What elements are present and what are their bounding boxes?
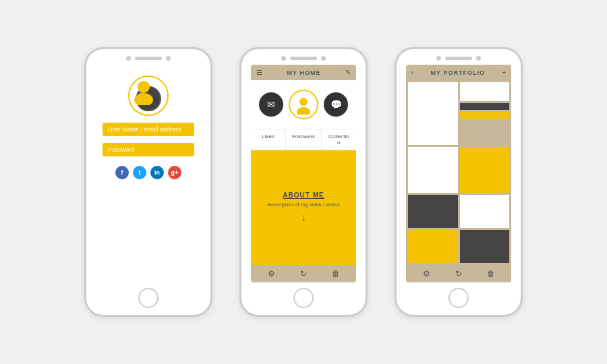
phone-bottom-bar xyxy=(86,282,210,315)
message-icon[interactable]: ✉ xyxy=(259,92,283,117)
down-arrow-icon: ↓ xyxy=(301,212,306,224)
home-button2[interactable] xyxy=(293,288,314,308)
camera-dot5 xyxy=(436,56,441,61)
grid-cell-5 xyxy=(408,147,458,192)
facebook-icon[interactable]: f xyxy=(115,166,129,179)
portfolio-delete-icon[interactable]: 🗑 xyxy=(487,269,495,278)
portfolio-header: ‹ MY PORTFOLIO + xyxy=(406,65,511,80)
svg-point-1 xyxy=(134,93,153,105)
collections-stat[interactable]: Collection xyxy=(322,129,356,150)
hamburger-icon[interactable]: ☰ xyxy=(256,69,262,76)
speaker-bar2 xyxy=(290,57,317,60)
portfolio-grid xyxy=(406,80,511,265)
password-field[interactable]: Password xyxy=(103,143,194,156)
phone-top-bar3 xyxy=(397,49,521,65)
username-label: User Name / email address xyxy=(108,126,181,133)
google-icon[interactable]: g+ xyxy=(168,166,181,179)
home-header: ☰ MY HOME ✎ xyxy=(251,65,356,80)
linkedin-icon[interactable]: in xyxy=(150,166,164,179)
grid-cell-7-dark xyxy=(408,195,458,228)
likes-stat[interactable]: Likes xyxy=(251,129,286,150)
phone-bottom-bar3 xyxy=(397,282,521,315)
home-screen: ☰ MY HOME ✎ ✉ 💬 Likes Followers Collecti… xyxy=(251,65,356,282)
grid-cell-4-yellow xyxy=(460,112,510,119)
about-section: ABOUT ME description of my skills / work… xyxy=(251,150,356,265)
svg-point-2 xyxy=(299,98,308,106)
svg-point-3 xyxy=(297,107,310,115)
portfolio-refresh-icon[interactable]: ↻ xyxy=(455,269,462,278)
phone-home: ☰ MY HOME ✎ ✉ 💬 Likes Followers Collecti… xyxy=(239,47,368,317)
social-icons-row: f t in g+ xyxy=(115,166,181,179)
grid-cell-3-dark xyxy=(460,103,510,110)
profile-section: ✉ 💬 xyxy=(251,80,356,129)
camera-dot2 xyxy=(166,56,171,61)
grid-cell-8 xyxy=(460,195,510,228)
add-icon[interactable]: + xyxy=(502,69,506,76)
username-field[interactable]: User Name / email address xyxy=(103,123,194,136)
grid-cell-1 xyxy=(408,82,458,145)
grid-cell-2 xyxy=(460,82,510,101)
login-screen: ⚫ User Name / email address Password f t… xyxy=(96,65,201,282)
grid-cell-10-dark xyxy=(460,230,510,263)
about-title: ABOUT ME xyxy=(283,191,324,199)
home-bottom-bar: ⚙ ↻ 🗑 xyxy=(251,265,356,282)
phone-login: ⚫ User Name / email address Password f t… xyxy=(84,47,212,317)
camera-dot3 xyxy=(281,56,286,61)
phone-top-bar2 xyxy=(241,49,366,65)
twitter-icon[interactable]: t xyxy=(133,166,146,179)
phone-top-bar xyxy=(86,49,210,65)
portfolio-screen: ‹ MY PORTFOLIO + xyxy=(406,65,511,282)
phone-portfolio: ‹ MY PORTFOLIO + xyxy=(395,47,523,317)
refresh-icon[interactable]: ↻ xyxy=(300,269,307,278)
camera-dot4 xyxy=(321,56,326,61)
stats-row: Likes Followers Collection xyxy=(251,129,356,150)
grid-cell-9-yellow xyxy=(408,230,458,263)
back-icon[interactable]: ‹ xyxy=(411,69,413,76)
followers-stat[interactable]: Followers xyxy=(286,129,321,150)
user-icon: ⚫ xyxy=(134,87,163,110)
delete-icon[interactable]: 🗑 xyxy=(332,269,340,278)
portfolio-title: MY PORTFOLIO xyxy=(431,69,485,76)
home-title: MY HOME xyxy=(287,69,321,76)
about-desc: description of my skills / works xyxy=(267,202,340,208)
portfolio-settings-icon[interactable]: ⚙ xyxy=(423,269,430,278)
svg-point-0 xyxy=(138,81,150,93)
chat-icon[interactable]: 💬 xyxy=(324,92,348,117)
settings-icon[interactable]: ⚙ xyxy=(268,269,275,278)
speaker-bar xyxy=(135,57,162,60)
grid-cell-6-yellow xyxy=(460,147,510,192)
camera-dot6 xyxy=(476,56,481,61)
home-button[interactable] xyxy=(138,288,158,308)
camera-dot xyxy=(126,56,131,61)
portfolio-bottom-bar: ⚙ ↻ 🗑 xyxy=(406,265,511,282)
edit-icon[interactable]: ✎ xyxy=(345,69,351,76)
phone-bottom-bar2 xyxy=(241,282,366,315)
home-button3[interactable] xyxy=(449,288,469,308)
speaker-bar3 xyxy=(445,57,472,60)
avatar: ⚫ xyxy=(128,75,169,116)
profile-avatar[interactable] xyxy=(289,90,318,119)
password-label: Password xyxy=(108,146,135,153)
